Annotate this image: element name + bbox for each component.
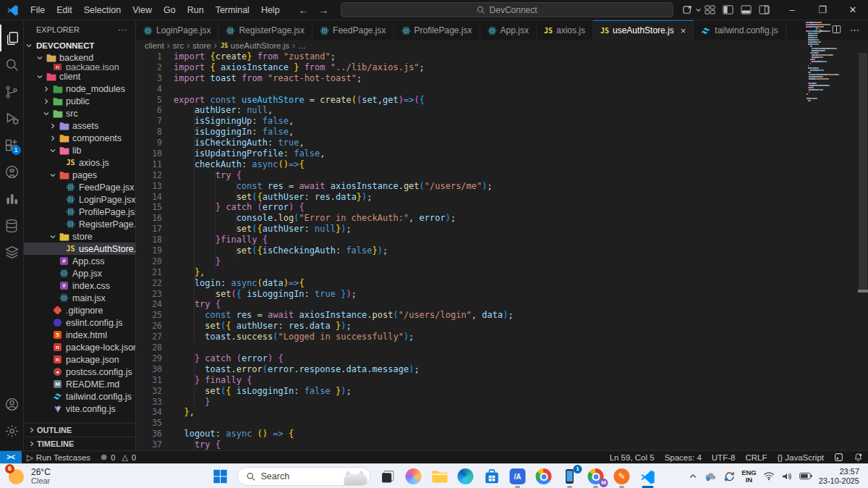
code-line[interactable]: 18}finally { (136, 235, 858, 245)
code-line[interactable]: 5export const useAuthStore = create((set… (136, 95, 858, 106)
code-line[interactable]: 1import {create} from "zustand"; (136, 51, 858, 62)
tree-item-README.md[interactable]: MREADME.md (24, 378, 135, 390)
code-line[interactable]: 8isLoggingIn: false, (136, 127, 858, 138)
run-testcases-button[interactable]: ▷ Run Testcases (22, 451, 95, 463)
code-line[interactable]: 10isUpdatingProfile: false, (136, 148, 858, 159)
language-indicator[interactable]: ENGIN (741, 469, 757, 484)
tree-item-App.css[interactable]: #App.css (24, 255, 135, 267)
activity-scm-icon[interactable] (0, 78, 24, 105)
code-line[interactable]: 22login: async(data)=>{ (136, 278, 858, 289)
menu-item-help[interactable]: Help (255, 0, 286, 20)
section-outline[interactable]: OUTLINE (24, 423, 135, 437)
code-line[interactable]: 7isSigningUp: false, (136, 116, 858, 127)
status-item[interactable]: UTF-8 (707, 453, 741, 462)
breadcrumb-item[interactable]: store (192, 41, 211, 50)
code-line[interactable]: 28 (136, 342, 858, 353)
menu-item-selection[interactable]: Selection (78, 0, 127, 20)
nav-back-icon[interactable]: ← (297, 4, 310, 16)
menu-item-terminal[interactable]: Terminal (210, 0, 255, 20)
tree-item-public[interactable]: public (24, 95, 135, 107)
taskbar-app-chrome[interactable] (535, 467, 553, 486)
code-line[interactable]: 35 (136, 418, 858, 429)
tree-item-eslint.config.js[interactable]: eslint.config.js (24, 316, 135, 329)
tree-item-package-lock.json[interactable]: npackage-lock.json (24, 341, 135, 353)
code-line[interactable]: 33} (136, 397, 858, 408)
tree-item-package.json[interactable]: npackage.json (24, 64, 135, 70)
toggle-secondary-sidebar-icon[interactable] (759, 4, 770, 15)
activity-chart-icon[interactable] (0, 185, 24, 212)
taskbar-app-store[interactable] (482, 467, 501, 486)
tab-FeedPage.jsx[interactable]: FeedPage.jsx (312, 20, 393, 40)
toggle-panel-icon[interactable] (741, 4, 752, 15)
activity-layers-icon[interactable] (0, 239, 24, 266)
tree-item-tailwind.config.js[interactable]: tailwind.config.js (24, 390, 135, 403)
minimize-button[interactable]: – (777, 0, 807, 20)
taskbar-app-start[interactable] (211, 467, 230, 486)
onedrive-icon[interactable]: i (704, 471, 717, 481)
restore-button[interactable]: ❐ (807, 0, 838, 20)
menu-item-edit[interactable]: Edit (51, 0, 78, 20)
tree-item-main.jsx[interactable]: main.jsx (24, 292, 135, 304)
menu-item-go[interactable]: Go (158, 0, 182, 20)
code-line[interactable]: 36logout: async () => { (136, 429, 858, 439)
taskbar-app-phone[interactable]: 1 (561, 467, 579, 486)
problems-indicator[interactable]: ⊗ 0 △ 0 (95, 451, 142, 463)
activity-files-icon[interactable] (0, 25, 24, 51)
weather-widget[interactable]: 6 26°C Clear (0, 467, 51, 486)
code-line[interactable]: 3import toast from "react-hot-toast"; (136, 73, 858, 84)
tree-item-node_modules[interactable]: node_modules (24, 83, 135, 95)
code-line[interactable]: 37try { (136, 439, 858, 450)
activity-debug-icon[interactable] (0, 105, 24, 132)
code-line[interactable]: 17set({authUser: null}); (136, 224, 858, 235)
scrollbar-thumb[interactable] (859, 53, 867, 290)
code-line[interactable]: 19set({isCheckingAuth: false}); (136, 245, 858, 256)
activity-settings-icon[interactable] (0, 418, 24, 445)
tree-item-index.html[interactable]: 5index.html (24, 329, 135, 341)
activity-account-icon[interactable] (0, 391, 24, 418)
code-line[interactable]: 32set({ isLoggingIn: false }); (136, 386, 858, 397)
clock[interactable]: 23:5723-10-2025 (819, 467, 859, 485)
taskbar-app-edge[interactable] (456, 467, 475, 486)
code-line[interactable]: 26set({ authUser: res.data }); (136, 321, 858, 332)
activity-search-icon[interactable] (0, 51, 24, 78)
menu-item-view[interactable]: View (127, 0, 158, 20)
tree-item-backend[interactable]: backend (24, 51, 135, 64)
breadcrumb-item[interactable]: client (145, 41, 164, 50)
activity-extensions-icon[interactable]: 1 (0, 132, 24, 159)
status-item[interactable]: {} JavaScript (772, 453, 829, 462)
customize-layout-icon[interactable] (705, 4, 715, 15)
code-line[interactable]: 30toast.error(error.response.data.messag… (136, 364, 858, 375)
code-line[interactable]: 20} (136, 256, 858, 267)
taskbar-app-copilot[interactable] (404, 467, 423, 486)
minimap[interactable] (806, 22, 856, 102)
menu-item-run[interactable]: Run (182, 0, 210, 20)
editor-scrollbar[interactable] (858, 51, 868, 450)
taskbar-app-explorer[interactable] (430, 467, 449, 486)
code-line[interactable]: 12try { (136, 170, 858, 181)
status-item[interactable]: CRLF (740, 453, 772, 462)
section-timeline[interactable]: TIMELINE (24, 437, 135, 450)
update-sync-icon[interactable] (723, 471, 735, 482)
command-center-search[interactable]: DevConnect (341, 2, 673, 17)
code-line[interactable]: 15} catch (error) { (136, 202, 858, 213)
close-button[interactable]: ✕ (838, 0, 868, 20)
tab-ProfilePage.jsx[interactable]: ProfilePage.jsx (394, 20, 480, 40)
taskbar-search[interactable]: Search (237, 467, 371, 486)
tree-item-RegisterPage.jsx[interactable]: RegisterPage.jsx (24, 218, 135, 230)
code-line[interactable]: 27toast.success("Logged in successfully"… (136, 332, 858, 342)
tab-RegisterPage.jsx[interactable]: RegisterPage.jsx (218, 20, 312, 40)
tree-item-axios.js[interactable]: JSaxios.js (24, 156, 135, 169)
tree-item-.gitignore[interactable]: .gitignore (24, 304, 135, 316)
tab-App.jsx[interactable]: App.jsx (480, 20, 537, 40)
explorer-actions-icon[interactable]: ··· (118, 25, 128, 34)
tray-chevron-up-icon[interactable] (689, 472, 697, 481)
tree-item-client[interactable]: client (24, 70, 135, 83)
code-line[interactable]: 21}, (136, 267, 858, 278)
taskbar-app-ia[interactable]: /A (509, 467, 527, 486)
taskbar-app-pen[interactable]: ✎ (613, 467, 631, 486)
tree-item-vite.config.js[interactable]: vite.config.js (24, 403, 135, 415)
taskbar-app-vscode[interactable] (639, 467, 658, 486)
activity-database-icon[interactable] (0, 212, 24, 239)
code-line[interactable]: 6authUser: null, (136, 105, 858, 116)
menu-item-file[interactable]: File (25, 0, 51, 20)
